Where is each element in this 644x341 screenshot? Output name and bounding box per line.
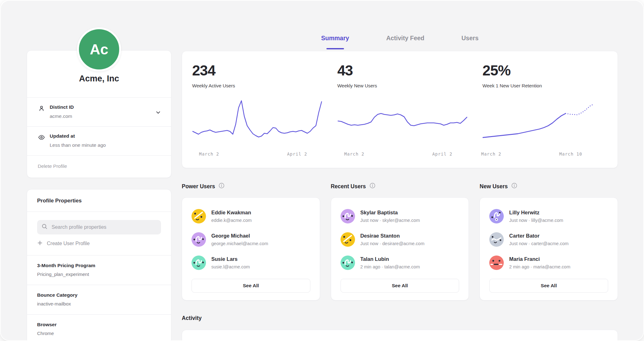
stat-label: Weekly Active Users <box>192 83 322 88</box>
create-user-profile-label: Create User Profile <box>47 241 90 246</box>
eye-icon <box>38 133 50 142</box>
see-all-button[interactable]: See All <box>192 279 310 293</box>
user-cards-row: Power Users Eddie Kwakmaneddie.k@acme.co… <box>182 168 618 300</box>
stat-value: 234 <box>192 63 322 78</box>
activity-card: 2342403.4k <box>182 330 618 340</box>
user-meta: Just now · desirare@acme.com <box>360 241 425 246</box>
stat-label: Week 1 New User Retention <box>482 83 613 88</box>
user-row[interactable]: Desirae StantonJust now · desirare@acme.… <box>341 232 459 247</box>
info-icon[interactable] <box>511 183 517 190</box>
user-row[interactable]: Lilly HerwitzJust now · lilly@acme.com <box>489 209 608 223</box>
property-value: inactive-mailbox <box>37 301 161 306</box>
field-label: Distinct ID <box>50 104 74 110</box>
user-meta: Just now · carter@acme.com <box>509 241 569 246</box>
x-axis-end-label: March 10 <box>559 151 582 157</box>
info-icon[interactable] <box>369 183 375 190</box>
user-card: Lilly HerwitzJust now · lilly@acme.com C… <box>480 197 618 300</box>
user-avatar <box>341 256 355 270</box>
user-avatar <box>192 209 206 223</box>
user-card-column: Recent Users Skylar BaptistaJust now · s… <box>331 168 469 300</box>
weekly-active-users-chart <box>192 96 322 147</box>
user-name: Skylar Baptista <box>360 209 420 216</box>
user-name: Desirae Stanton <box>360 232 425 239</box>
user-card-title: Recent Users <box>331 183 366 190</box>
tab-users[interactable]: Users <box>462 35 479 50</box>
search-profile-properties-input[interactable] <box>37 220 161 234</box>
x-axis-start-label: March 2 <box>344 151 364 157</box>
x-axis-start-label: March 2 <box>199 151 219 157</box>
user-avatar <box>341 209 355 223</box>
property-name: 3-Month Pricing Program <box>37 263 161 268</box>
divider <box>27 212 171 212</box>
user-card-column: New Users Lilly HerwitzJust now · lilly@… <box>480 168 618 300</box>
user-row[interactable]: Eddie Kwakmaneddie.k@acme.com <box>192 209 310 223</box>
x-axis-end-label: April 2 <box>432 151 452 157</box>
stat-weekly-new-users: 43 Weekly New Users March 2 April 2 <box>327 63 473 158</box>
activity-section-title: Activity <box>182 315 618 322</box>
user-name: Eddie Kwakman <box>211 209 252 216</box>
profile-property-row[interactable]: Bounce Categoryinactive-mailbox <box>27 285 171 314</box>
user-avatar <box>192 256 206 270</box>
user-avatar <box>489 256 504 270</box>
user-name: Lilly Herwitz <box>509 209 563 216</box>
delete-profile-button[interactable]: Delete Profile <box>27 156 171 178</box>
tab-bar: SummaryActivity FeedUsers <box>182 1 618 50</box>
see-all-button[interactable]: See All <box>489 279 608 293</box>
create-user-profile-button[interactable]: Create User Profile <box>37 240 90 247</box>
search-icon <box>42 223 48 231</box>
profile-property-row[interactable]: BrowserChrome <box>27 314 171 340</box>
profile-properties-card: Profile Properties Create User Pro <box>27 189 171 340</box>
user-avatar <box>489 209 504 223</box>
summary-card: 234 Weekly Active Users March 2 April 2 … <box>182 51 618 168</box>
search-input[interactable] <box>51 224 157 230</box>
profile-property-row[interactable]: 3-Month Pricing ProgramPricing_plan_expe… <box>27 255 171 285</box>
info-icon[interactable] <box>219 183 225 190</box>
user-name: Carter Bator <box>509 232 569 239</box>
user-meta: 2 min ago · maria@acme.com <box>509 264 570 269</box>
user-avatar <box>341 232 355 247</box>
company-avatar: Ac <box>77 27 121 71</box>
tab-activity-feed[interactable]: Activity Feed <box>386 35 424 50</box>
updated-at-row: Updated at Less than one minute ago <box>27 127 171 155</box>
user-row[interactable]: Susie Larssusie.l@acme.com <box>192 256 310 270</box>
user-card-title: Power Users <box>182 183 215 190</box>
plus-icon <box>37 240 43 247</box>
user-card: Skylar BaptistaJust now · skyler@acme.co… <box>331 197 469 300</box>
person-icon <box>38 104 50 113</box>
week1-retention-chart <box>482 96 613 147</box>
user-card-column: Power Users Eddie Kwakmaneddie.k@acme.co… <box>182 168 320 300</box>
field-value: Less than one minute ago <box>50 142 106 148</box>
stat-label: Weekly New Users <box>337 83 468 88</box>
user-avatar <box>489 232 504 247</box>
user-row[interactable]: Skylar BaptistaJust now · skyler@acme.co… <box>341 209 459 223</box>
see-all-button[interactable]: See All <box>341 279 459 293</box>
user-meta: george.michael@acme.com <box>211 241 268 246</box>
property-value: Pricing_plan_experiment <box>37 272 161 277</box>
company-avatar-initials: Ac <box>90 41 108 58</box>
user-meta: Just now · skyler@acme.com <box>360 218 420 223</box>
user-row[interactable]: Carter BatorJust now · carter@acme.com <box>489 232 608 247</box>
chevron-down-icon[interactable] <box>155 110 161 117</box>
profile-properties-list: 3-Month Pricing ProgramPricing_plan_expe… <box>27 255 171 340</box>
stat-weekly-active-users: 234 Weekly Active Users March 2 April 2 <box>182 63 327 158</box>
user-card: Eddie Kwakmaneddie.k@acme.com George Mic… <box>182 197 320 300</box>
user-card-title: New Users <box>480 183 508 190</box>
user-row[interactable]: Maria Franci2 min ago · maria@acme.com <box>489 256 608 270</box>
field-label: Updated at <box>50 133 106 139</box>
app-frame: Ac Acme, Inc Distinct ID acme.com <box>1 1 643 340</box>
profile-sidebar: Ac Acme, Inc Distinct ID acme.com <box>27 1 171 340</box>
property-name: Browser <box>37 322 161 327</box>
user-name: George Michael <box>211 232 268 239</box>
profile-properties-title: Profile Properties <box>27 190 171 212</box>
stat-week1-retention: 25% Week 1 New User Retention March 2 Ma… <box>472 63 618 158</box>
property-value: Chrome <box>37 331 161 336</box>
user-row[interactable]: George Michaelgeorge.michael@acme.com <box>192 232 310 247</box>
x-axis-end-label: April 2 <box>287 151 307 157</box>
weekly-new-users-chart <box>337 96 468 147</box>
tab-summary[interactable]: Summary <box>321 35 349 50</box>
user-row[interactable]: Talan Lubin2 min ago · talan@acme.com <box>341 256 459 270</box>
user-name: Talan Lubin <box>360 256 420 262</box>
main-panel: SummaryActivity FeedUsers 234 Weekly Act… <box>182 1 618 340</box>
distinct-id-row[interactable]: Distinct ID acme.com <box>27 98 171 126</box>
user-meta: eddie.k@acme.com <box>211 218 252 223</box>
